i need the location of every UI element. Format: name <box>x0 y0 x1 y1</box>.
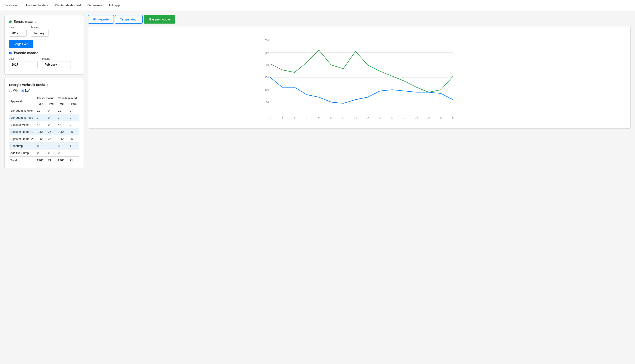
col-tweede-maand: Tweede maand <box>57 95 79 101</box>
svg-text:1: 1 <box>269 116 271 119</box>
unit-wh-radio[interactable] <box>9 89 12 92</box>
navbar: Dashboard Historische data Klanten dashb… <box>0 0 635 11</box>
row-e-min: 83 <box>36 142 47 150</box>
table-row: Digester Heater 1 1055 35 1055 35 <box>9 128 79 136</box>
right-panel: PH-waardeTemperatuurGaszak-hoogte 501001… <box>88 15 630 168</box>
svg-text:23: 23 <box>403 116 406 119</box>
second-month-jaar-input[interactable] <box>9 61 38 68</box>
second-month-jaar-group: Jaar <box>9 57 38 68</box>
row-name: Storagetank Feed <box>9 114 36 121</box>
col-e-kwh: kWh <box>47 101 57 107</box>
unit-kwh-label[interactable]: kWh <box>21 89 31 92</box>
row-t-kwh: 0 <box>68 121 79 128</box>
unit-wh-text: Wh <box>13 89 18 92</box>
second-month-maand-label: Maand <box>42 57 71 60</box>
row-e-kwh: 35 <box>47 136 57 142</box>
row-e-kwh: 1 <box>47 142 57 150</box>
svg-text:50: 50 <box>266 101 269 104</box>
energy-table: Apparaat Eerste maand Tweede maand Min. … <box>9 95 79 164</box>
first-month-heading: Eerste maand <box>14 20 37 24</box>
tab-gas[interactable]: Gaszak-hoogte <box>144 15 175 24</box>
col-t-kwh: kWh <box>68 101 79 107</box>
row-e-kwh: 0 <box>47 107 57 114</box>
total-e-min: 2260 <box>36 156 47 164</box>
col-e-min: Min. <box>36 101 47 107</box>
first-month-jaar-group: Jaar <box>9 26 27 36</box>
svg-text:7: 7 <box>306 116 307 119</box>
svg-text:21: 21 <box>391 116 393 119</box>
row-e-kwh: 0 <box>47 121 57 128</box>
row-t-kwh: 0 <box>68 114 79 121</box>
svg-text:17: 17 <box>366 116 369 119</box>
nav-historische[interactable]: Historische data <box>26 4 48 7</box>
nav-uitloggen[interactable]: Uitloggen <box>109 4 122 7</box>
first-month-title: Eerste maand <box>9 20 79 24</box>
row-t-min: 0 <box>57 150 68 157</box>
total-label: Total <box>9 156 36 164</box>
second-month-dot <box>9 52 12 54</box>
svg-text:150: 150 <box>265 76 269 78</box>
svg-text:5: 5 <box>294 116 295 119</box>
row-name: Gaspump <box>9 142 36 150</box>
compare-button[interactable]: Vergelijken <box>9 40 33 48</box>
row-t-kwh: 0 <box>68 150 79 157</box>
table-row: Digester Mixer 44 0 44 0 <box>9 121 79 128</box>
nav-klanten[interactable]: Klanten dashboard <box>55 4 81 7</box>
row-t-kwh: 35 <box>68 128 79 136</box>
tab-temp[interactable]: Temperatuur <box>115 15 143 24</box>
energy-title: Energie verbruik eenheid: <box>9 83 79 86</box>
row-e-min: 1055 <box>36 136 47 142</box>
total-t-min: 2260 <box>57 156 68 164</box>
row-name: Digester Mixer <box>9 121 36 128</box>
first-month-fields: Jaar Maand <box>9 26 79 36</box>
svg-text:9: 9 <box>318 116 319 119</box>
row-e-min: 3 <box>36 114 47 121</box>
row-t-kwh: 0 <box>68 107 79 114</box>
second-month-fields: Jaar Maand <box>9 57 79 68</box>
nav-dashboard[interactable]: Dashboard <box>5 4 20 7</box>
row-e-min: 0 <box>36 150 47 157</box>
row-name: Additive Pump <box>9 150 36 157</box>
table-row: Gaspump 83 1 83 1 <box>9 142 79 150</box>
second-month-jaar-label: Jaar <box>9 57 38 60</box>
left-panel: Eerste maand Jaar Maand Vergelijken Twee… <box>5 15 84 168</box>
tab-ph[interactable]: PH-waarde <box>88 15 114 24</box>
unit-kwh-text: kWh <box>25 89 31 92</box>
nav-gebruikers[interactable]: Gebruikers <box>87 4 102 7</box>
first-month-maand-input[interactable] <box>31 30 49 36</box>
row-t-min: 22 <box>57 107 68 114</box>
first-month-dot <box>9 20 12 23</box>
row-t-min: 3 <box>57 114 68 121</box>
row-e-min: 44 <box>36 121 47 128</box>
svg-text:200: 200 <box>265 64 269 66</box>
svg-text:250: 250 <box>265 51 269 54</box>
col-apparaat: Apparaat <box>9 95 36 107</box>
first-month-jaar-label: Jaar <box>9 26 27 29</box>
svg-text:15: 15 <box>354 116 357 119</box>
row-t-kwh: 35 <box>68 136 79 142</box>
total-e-kwh: 71 <box>47 156 57 164</box>
second-month-maand-input[interactable] <box>42 61 71 68</box>
row-e-min: 22 <box>36 107 47 114</box>
first-month-jaar-input[interactable] <box>9 30 27 36</box>
unit-wh-label[interactable]: Wh <box>9 89 18 92</box>
table-row: Digester Heater 2 1055 35 1055 35 <box>9 136 79 142</box>
row-e-kwh: 0 <box>47 150 57 157</box>
energy-unit-row: Wh kWh <box>9 89 79 92</box>
chart-tabs: PH-waardeTemperatuurGaszak-hoogte <box>88 15 630 24</box>
table-row: Storagetank Feed 3 0 3 0 <box>9 114 79 121</box>
svg-text:13: 13 <box>342 116 345 119</box>
row-t-min: 1055 <box>57 128 68 136</box>
second-month-title: Tweede maand <box>9 51 79 55</box>
row-e-kwh: 35 <box>47 128 57 136</box>
first-month-maand-group: Maand <box>31 26 49 36</box>
chart-area: 5010015020025030013579111315171921232527… <box>88 26 630 128</box>
unit-kwh-radio[interactable] <box>21 89 24 92</box>
row-e-min: 1055 <box>36 128 47 136</box>
second-month-maand-group: Maand <box>42 57 71 68</box>
col-eerste-maand: Eerste maand <box>36 95 57 101</box>
col-t-min: Min. <box>57 101 68 107</box>
svg-text:3: 3 <box>282 116 283 119</box>
table-row: Additive Pump 0 0 0 0 <box>9 150 79 157</box>
energy-card: Energie verbruik eenheid: Wh kWh Apparaa… <box>5 78 84 168</box>
